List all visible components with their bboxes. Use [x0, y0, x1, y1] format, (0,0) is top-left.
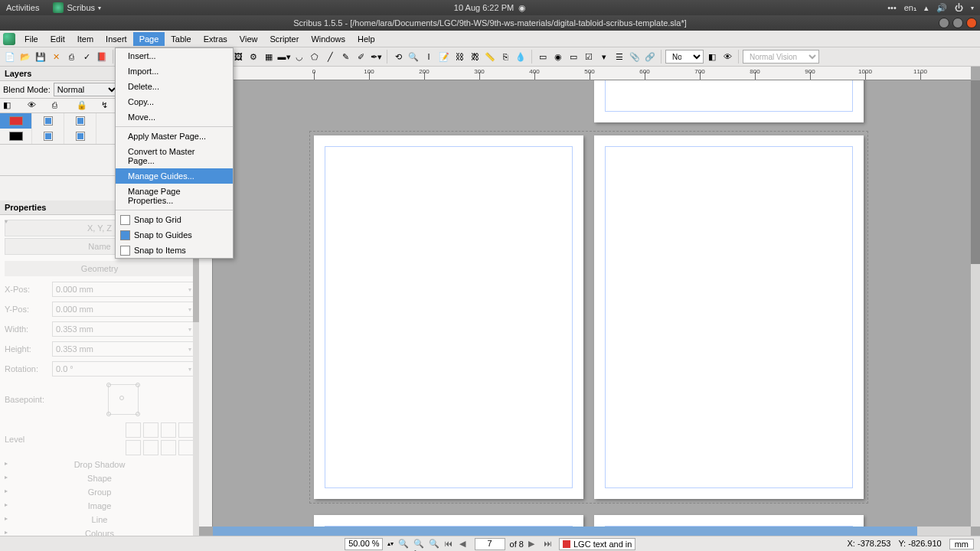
print-button[interactable]: ⎙ — [64, 50, 78, 64]
basepoint-selector[interactable] — [108, 384, 139, 415]
volume-icon[interactable]: 🔊 — [936, 3, 947, 13]
ypos-input[interactable]: 0.000 mm — [52, 302, 194, 317]
pdf-combo-tool[interactable]: ▾ — [597, 50, 611, 64]
settings-caret-icon[interactable]: ▾ — [971, 5, 974, 11]
props-section-group[interactable]: Group — [5, 485, 194, 499]
layer-check[interactable] — [44, 132, 53, 141]
activities-button[interactable]: Activities — [6, 3, 39, 12]
page-menu-snap-to-items[interactable]: Snap to Items — [116, 243, 233, 258]
flip-h-button[interactable] — [161, 440, 176, 455]
maximize-button[interactable] — [952, 18, 963, 28]
menu-item[interactable]: Item — [71, 32, 100, 46]
zoom-in-button[interactable]: 🔍+ — [429, 539, 439, 549]
props-section-image[interactable]: Image — [5, 499, 194, 513]
page-menu-manage-page-properties[interactable]: Manage Page Properties... — [116, 184, 233, 208]
unlink-frames-tool[interactable]: ⛓̸ — [468, 50, 482, 64]
document-viewport[interactable] — [213, 80, 971, 527]
edit-contents-tool[interactable]: I — [422, 50, 436, 64]
arc-tool[interactable]: ◡ — [292, 50, 306, 64]
preview-mode-select[interactable]: Normal — [665, 50, 704, 64]
menu-edit[interactable]: Edit — [44, 32, 71, 46]
pdf-button[interactable]: 📕 — [95, 50, 109, 64]
render-frame-tool[interactable]: ⚙ — [247, 50, 260, 64]
props-section-line[interactable]: Line — [5, 513, 194, 527]
layer-check[interactable] — [76, 116, 85, 126]
props-section-drop-shadow[interactable]: Drop Shadow — [5, 458, 194, 471]
zoom-reset-button[interactable]: 🔍1 — [413, 539, 424, 549]
props-section-shape[interactable]: Shape — [5, 471, 194, 485]
page-menu-copy[interactable]: Copy... — [116, 94, 233, 109]
first-page-button[interactable]: ⏮ — [444, 539, 455, 549]
menu-insert[interactable]: Insert — [100, 32, 133, 46]
horizontal-ruler[interactable]: 010020030040050060070080090010001100 — [213, 67, 971, 80]
page-next-left[interactable] — [314, 515, 583, 527]
zoom-out-button[interactable]: 🔍− — [398, 539, 409, 549]
minimize-button[interactable] — [939, 18, 949, 28]
height-input[interactable]: 0.353 mm — [52, 341, 194, 357]
blend-mode-select[interactable]: Normal — [54, 83, 119, 96]
page-menu-snap-to-guides[interactable]: Snap to Guides — [116, 227, 233, 243]
pdf-radio-tool[interactable]: ◉ — [551, 50, 565, 64]
pdf-list-tool[interactable]: ☰ — [612, 50, 626, 64]
language-indicator[interactable]: en₁ — [904, 3, 916, 13]
line-tool[interactable]: ╱ — [323, 50, 337, 64]
story-editor-button[interactable]: 📝 — [437, 50, 451, 64]
level-top-button[interactable] — [126, 422, 141, 438]
vertical-scrollbar[interactable] — [971, 80, 980, 527]
measure-tool[interactable]: 📏 — [483, 50, 497, 64]
power-icon[interactable]: ⏻ — [955, 3, 963, 12]
close-doc-button[interactable]: ✕ — [49, 50, 63, 64]
page-menu-move[interactable]: Move... — [116, 109, 233, 125]
notification-icon[interactable]: ◉ — [518, 3, 526, 13]
menu-page[interactable]: Page — [133, 32, 165, 46]
freehand-tool[interactable]: ✐ — [354, 50, 368, 64]
menu-help[interactable]: Help — [351, 32, 381, 46]
new-button[interactable]: 📄 — [3, 50, 17, 64]
flip-v-button[interactable] — [178, 440, 194, 455]
current-page-input[interactable]: 7 — [475, 538, 505, 550]
menu-extras[interactable]: Extras — [198, 32, 234, 46]
open-button[interactable]: 📂 — [18, 50, 32, 64]
app-menu[interactable]: Scribus ▾ — [53, 2, 101, 13]
pdf-annot-tool[interactable]: 📎 — [628, 50, 642, 64]
xpos-input[interactable]: 0.000 mm — [52, 282, 194, 297]
link-frames-tool[interactable]: ⛓ — [452, 50, 466, 64]
menu-scripter[interactable]: Scripter — [263, 32, 305, 46]
pdf-checkbox-tool[interactable]: ☑ — [582, 50, 596, 64]
vision-mode-select[interactable]: Normal Vision — [743, 50, 819, 64]
page-menu-manage-guides[interactable]: Manage Guides... — [116, 168, 233, 184]
page-menu-import[interactable]: Import... — [116, 64, 233, 79]
rotation-input[interactable]: 0.0 ° — [52, 361, 194, 377]
table-tool[interactable]: ▦ — [262, 50, 276, 64]
polygon-tool[interactable]: ⬠ — [308, 50, 322, 64]
shape-tool[interactable]: ▬▾ — [277, 50, 291, 64]
page-menu-convert-to-master-page[interactable]: Convert to Master Page... — [116, 144, 233, 168]
page-menu-apply-master-page[interactable]: Apply Master Page... — [116, 129, 233, 144]
next-page-button[interactable]: ▶ — [528, 539, 539, 549]
pdf-link-tool[interactable]: 🔗 — [643, 50, 657, 64]
save-button[interactable]: 💾 — [34, 50, 47, 64]
last-page-button[interactable]: ⏭ — [544, 539, 554, 549]
page-spread-prev-right[interactable] — [594, 80, 864, 122]
eyedropper-tool[interactable]: 💧 — [514, 50, 528, 64]
clock[interactable]: 10 Aug 6:22 PM — [454, 3, 514, 12]
calligraphy-tool[interactable]: ✒▾ — [369, 50, 383, 64]
layer-check[interactable] — [44, 116, 53, 126]
copy-props-tool[interactable]: ⎘ — [498, 50, 512, 64]
toggle-cms-button[interactable]: ◧ — [705, 50, 719, 64]
prev-page-button[interactable]: ◀ — [459, 539, 470, 549]
level-bottom-button[interactable] — [178, 422, 194, 438]
layer-indicator[interactable]: LGC text and in — [559, 538, 635, 550]
menu-windows[interactable]: Windows — [305, 32, 351, 46]
network-icon[interactable]: ▴ — [924, 3, 929, 13]
page-menu-delete[interactable]: Delete... — [116, 79, 233, 94]
bezier-tool[interactable]: ✎ — [338, 50, 352, 64]
level-up-button[interactable] — [143, 422, 158, 438]
horizontal-scrollbar[interactable] — [213, 527, 971, 536]
zoom-tool[interactable]: 🔍 — [407, 50, 420, 64]
close-button[interactable] — [966, 18, 977, 28]
level-down-button[interactable] — [161, 422, 176, 438]
props-section-colours[interactable]: Colours — [5, 527, 194, 536]
tray-menu-icon[interactable]: ••• — [887, 3, 897, 12]
preflight-button[interactable]: ✓ — [80, 50, 93, 64]
